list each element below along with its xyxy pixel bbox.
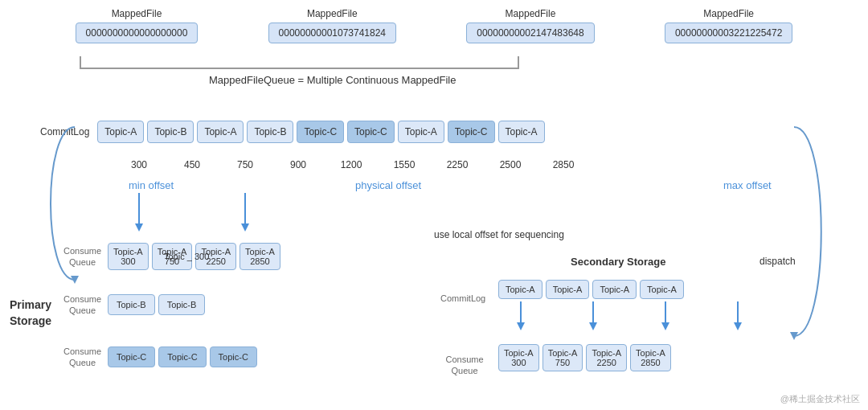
watermark: @稀土掘金技术社区 [780, 393, 860, 405]
commitlog-row: CommitLog Topic-A Topic-B Topic-A Topic-… [40, 121, 545, 143]
cq-b-label: ConsumeQueue [60, 293, 104, 317]
svg-marker-9 [589, 322, 597, 330]
offset-2: 750 [219, 159, 272, 170]
mapped-file-section: MappedFile 0000000000000000000 MappedFil… [40, 8, 828, 43]
offset-6: 2250 [431, 159, 484, 170]
mapped-file-2: MappedFile 00000000001073741824 [268, 8, 396, 43]
mapped-file-label-1: MappedFile [112, 8, 162, 19]
max-offset-label: max offset [723, 179, 772, 191]
mapped-file-box-2: 00000000001073741824 [268, 23, 396, 43]
offset-row: 300 450 750 900 1200 1550 2250 2500 2850 [113, 159, 590, 170]
scl-0: Topic-A [498, 280, 542, 299]
scl-2: Topic-A [592, 280, 637, 299]
secondary-cq-label: ConsumeQueue [440, 354, 489, 377]
physical-offset-label: physical offset [355, 179, 421, 191]
curved-arrow-left [39, 119, 83, 288]
offset-5: 1550 [378, 159, 431, 170]
cl-topic-7: Topic-C [448, 121, 495, 143]
cl-topic-2: Topic-A [197, 121, 244, 143]
cl-topic-3: Topic-B [247, 121, 293, 143]
scl-3: Topic-A [640, 280, 684, 299]
secondary-commitlog-label: CommitLog [440, 293, 485, 303]
cl-topic-1: Topic-B [147, 121, 194, 143]
mapped-file-label-4: MappedFile [703, 8, 754, 19]
svg-marker-7 [517, 322, 525, 330]
cq-a-0: Topic-A300 [108, 243, 149, 270]
diagram: MappedFile 0000000000000000000 MappedFil… [0, 0, 868, 410]
cq-c-2: Topic-C [210, 346, 257, 367]
cl-topic-6: Topic-A [398, 121, 444, 143]
cl-topic-0: Topic-A [97, 121, 144, 143]
cl-topic-8: Topic-A [498, 121, 545, 143]
local-offset-label: use local offset for sequencing [434, 229, 564, 240]
mapped-file-label-3: MappedFile [506, 8, 556, 19]
topic-300-label: Topic _ 300 [164, 252, 209, 261]
cq-b-0: Topic-B [108, 294, 155, 315]
svg-marker-3 [241, 223, 249, 232]
svg-marker-1 [135, 223, 143, 232]
offset-4: 1200 [325, 159, 378, 170]
min-offset-label: min offset [129, 179, 174, 191]
offset-3: 900 [272, 159, 325, 170]
svg-marker-13 [734, 322, 742, 330]
mapped-file-box-4: 00000000003221225472 [665, 23, 792, 43]
mapped-file-1: MappedFile 0000000000000000000 [76, 8, 199, 43]
secondary-cq-row: Topic-A300 Topic-A750 Topic-A2250 Topic-… [498, 344, 671, 371]
offset-1: 450 [166, 159, 219, 170]
scl-1: Topic-A [546, 280, 590, 299]
mapped-file-box-3: 00000000002147483648 [466, 23, 594, 43]
cq-b-row: ConsumeQueue Topic-B Topic-B [60, 293, 205, 317]
secondary-cl-row: Topic-A Topic-A Topic-A Topic-A [498, 280, 684, 299]
secondary-arrows [498, 301, 836, 342]
mapped-file-box-1: 0000000000000000000 [76, 23, 199, 43]
cq-c-0: Topic-C [108, 346, 155, 367]
secondary-storage-label: Secondary Storage [571, 256, 666, 268]
mapped-file-4: MappedFile 00000000003221225472 [665, 8, 792, 43]
scq-2: Topic-A2250 [586, 344, 627, 371]
cq-b-1: Topic-B [158, 294, 206, 315]
cq-a-3: Topic-A2850 [240, 243, 280, 270]
primary-storage-label: Primary Storage [6, 297, 55, 329]
cl-topic-4: Topic-C [297, 121, 344, 143]
arrows-svg [113, 193, 394, 241]
cq-c-label: ConsumeQueue [60, 346, 104, 369]
offset-8: 2850 [537, 159, 590, 170]
scq-0: Topic-A300 [498, 344, 539, 371]
mapped-file-3: MappedFile 00000000002147483648 [466, 8, 594, 43]
offset-0: 300 [113, 159, 166, 170]
svg-marker-11 [661, 322, 669, 330]
bracket-svg [72, 52, 522, 75]
scq-3: Topic-A2850 [630, 344, 671, 371]
scq-1: Topic-A750 [542, 344, 583, 371]
cq-c-row: ConsumeQueue Topic-C Topic-C Topic-C [60, 346, 257, 369]
offset-7: 2500 [484, 159, 537, 170]
cl-topic-5: Topic-C [347, 121, 395, 143]
cq-c-1: Topic-C [158, 346, 206, 367]
mapped-file-label-2: MappedFile [307, 8, 358, 19]
mapped-file-queue-label: MappedFileQueue = Multiple Continuous Ma… [209, 74, 457, 86]
